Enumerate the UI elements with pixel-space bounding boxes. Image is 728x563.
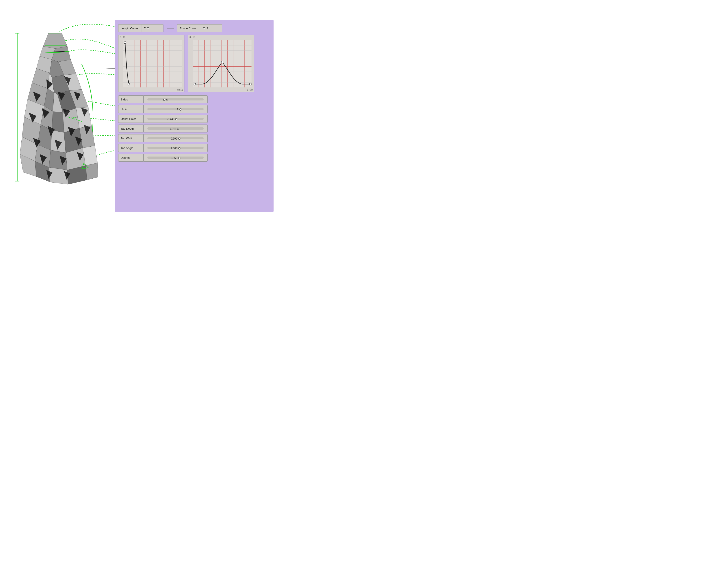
param-slider-rail-tab_depth: 0.243 [147,127,203,130]
param-value-dashes: 0.858 [171,156,180,160]
param-dot-u_div [179,108,181,111]
param-label-u_div: U div [118,105,144,113]
svg-point-80 [128,83,130,85]
param-dot-tab_depth [177,128,179,130]
svg-point-101 [250,83,251,85]
param-slider-sides[interactable]: 6 [144,95,208,103]
param-node-tab_angle[interactable]: Tab Angle 1.065 [118,144,211,152]
svg-marker-37 [86,163,98,180]
param-slider-u_div[interactable]: 18 [144,105,208,113]
svg-marker-3 [43,33,67,49]
param-node-u_div[interactable]: U div 18 [118,105,211,113]
shape-curve-node[interactable]: Shape Curve 3 [177,24,222,32]
param-number-u_div: 18 [175,108,178,111]
svg-point-99 [221,61,223,63]
length-graph-label-tl: 0 : 10 [120,36,125,38]
param-node-tab_depth[interactable]: Tab Depth 0.243 [118,124,211,132]
length-curve-value[interactable]: 7 [141,24,163,32]
param-dot-dashes [178,157,180,159]
param-label-tab_depth: Tab Depth [118,124,144,132]
length-curve-dot [147,27,149,29]
param-row-tab_depth: Tab Depth 0.243 [118,124,270,132]
svg-point-100 [194,83,196,85]
length-curve-label: Length Curve [118,24,141,32]
param-number-dashes: 0.858 [171,156,177,160]
param-value-sides: 6 [163,98,168,101]
svg-rect-61 [123,40,182,87]
length-curve-node[interactable]: Length Curve 7 [118,24,163,32]
param-row-offset_holes: Offset Holes -0.440 [118,115,270,123]
param-dot-tab_width [178,137,180,140]
param-dot-sides [163,99,165,101]
param-slider-rail-offset_holes: -0.440 [147,118,203,120]
param-slider-rail-sides: 6 [147,98,203,100]
param-label-tab_width: Tab Width [118,134,144,142]
top-nodes-row: Length Curve 7 Shape Curve 3 [118,24,270,32]
svg-rect-81 [193,40,251,87]
svg-marker-35 [49,167,68,184]
param-slider-tab_depth[interactable]: 0.243 [144,124,208,132]
param-row-u_div: U div 18 [118,105,270,113]
param-value-tab_angle: 1.065 [171,147,180,150]
param-slider-rail-tab_angle: 1.065 [147,147,203,149]
param-node-tab_width[interactable]: Tab Width 0.590 [118,134,211,142]
svg-point-79 [124,42,126,44]
curve-graphs-row: 0 : 10 0 : 10 [118,35,270,92]
shape-curve-value[interactable]: 3 [200,24,222,32]
shape-curve-number: 3 [206,27,208,30]
param-row-sides: Sides 6 [118,95,270,103]
param-value-tab_depth: 0.243 [169,127,179,130]
shape-graph-label-tl: 0 : 10 [190,36,195,38]
param-row-tab_width: Tab Width 0.590 [118,134,270,142]
param-slider-offset_holes[interactable]: -0.440 [144,115,208,123]
param-number-tab_width: 0.590 [171,137,177,140]
param-slider-tab_angle[interactable]: 1.065 [144,144,208,152]
node-panel: Length Curve 7 Shape Curve 3 0 : 10 0 : … [115,20,274,212]
param-label-sides: Sides [118,95,144,103]
param-row-dashes: Dashes 0.858 [118,154,270,162]
shape-curve-label: Shape Curve [177,24,200,32]
param-dot-offset_holes [175,118,177,120]
shape-graph-label-br: 0 : 10 [247,89,253,91]
param-number-tab_angle: 1.065 [171,147,177,150]
param-node-dashes[interactable]: Dashes 0.858 [118,154,211,162]
length-graph-label-br: 0 : 10 [177,89,183,91]
length-curve-number: 7 [144,27,146,30]
param-value-u_div: 18 [175,108,181,111]
length-curve-graph[interactable]: 0 : 10 0 : 10 [118,35,184,92]
param-row-tab_angle: Tab Angle 1.065 [118,144,270,152]
param-node-sides[interactable]: Sides 6 [118,95,211,103]
param-label-tab_angle: Tab Angle [118,144,144,152]
param-number-sides: 6 [166,98,168,101]
param-value-offset_holes: -0.440 [167,118,177,121]
shape-curve-dot [203,27,205,29]
param-label-dashes: Dashes [118,154,144,162]
param-slider-rail-u_div: 18 [147,108,203,110]
param-number-offset_holes: -0.440 [167,118,174,121]
param-slider-dashes[interactable]: 0.858 [144,154,208,162]
param-slider-tab_width[interactable]: 0.590 [144,134,208,142]
param-slider-rail-dashes: 0.858 [147,156,203,159]
param-rows: Sides 6 U div 18 [118,95,270,162]
param-dot-tab_angle [178,147,180,149]
param-number-tab_depth: 0.243 [169,127,176,130]
shape-curve-graph[interactable]: 0 : 10 0 : 10 [188,35,254,92]
param-slider-rail-tab_width: 0.590 [147,137,203,139]
param-node-offset_holes[interactable]: Offset Holes -0.440 [118,115,211,123]
param-value-tab_width: 0.590 [171,137,180,140]
param-label-offset_holes: Offset Holes [118,115,144,123]
